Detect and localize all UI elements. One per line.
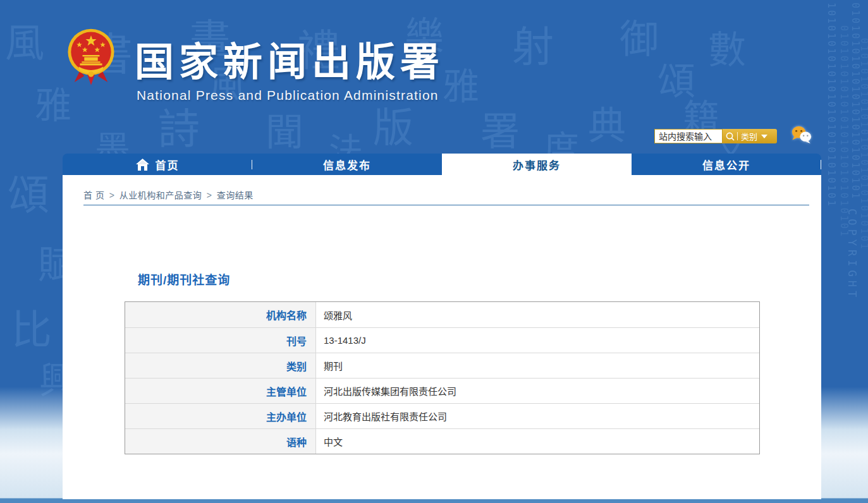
row-value: 河北出版传媒集团有限责任公司: [316, 379, 759, 403]
row-label: 主办单位: [125, 404, 316, 428]
calligraphy-glyph: 聞: [266, 101, 303, 156]
result-table: 机构名称 颂雅风 刊号 13-1413/J 类别 期刊 主管单位 河北出版传媒集…: [125, 301, 760, 454]
home-icon: [136, 159, 149, 171]
breadcrumb-query-link[interactable]: 从业机构和产品查询: [119, 190, 202, 200]
calligraphy-glyph: 數: [708, 19, 746, 74]
category-label[interactable]: 类别: [741, 130, 757, 142]
row-label: 类别: [125, 353, 316, 378]
table-row: 语种 中文: [125, 428, 759, 454]
nav-tab-services[interactable]: 办事服务: [442, 154, 632, 175]
site-search: 类别: [654, 129, 777, 143]
calligraphy-glyph: 頌: [8, 161, 49, 222]
table-row: 主管单位 河北出版传媒集团有限责任公司: [125, 378, 759, 403]
calligraphy-glyph: 射: [512, 13, 554, 73]
nav-separator: [821, 160, 821, 169]
calligraphy-glyph: 版: [373, 95, 413, 153]
site-title: 国家新闻出版署: [135, 30, 444, 87]
table-row: 主办单位 河北教育出版社有限责任公司: [125, 403, 759, 428]
nav-tab-label: 首页: [156, 157, 180, 173]
table-row: 机构名称 颂雅风: [125, 302, 759, 327]
row-value: 中文: [316, 429, 759, 454]
calligraphy-glyph: 典: [588, 95, 626, 150]
wechat-icon[interactable]: [790, 125, 814, 145]
binary-pattern: 0101010101010101010101010101: [859, 38, 868, 251]
breadcrumb-current: 查询结果: [217, 190, 254, 200]
calligraphy-glyph: 雅: [443, 57, 479, 110]
content-panel: 首 页 > 从业机构和产品查询 > 查询结果 期刊/期刊社查询 机构名称 颂雅风…: [63, 175, 821, 499]
calligraphy-glyph: 風: [5, 11, 44, 68]
nav-tab-label: 信息公开: [702, 157, 750, 173]
main-nav: 首页 信息发布 办事服务 信息公开: [63, 154, 821, 175]
row-label: 机构名称: [125, 302, 316, 327]
site-subtitle: National Press and Publication Administr…: [137, 88, 439, 103]
row-value: 期刊: [316, 353, 759, 378]
nav-tab-label: 信息发布: [323, 157, 371, 173]
nav-tab-label: 办事服务: [513, 157, 561, 173]
row-value: 河北教育出版社有限责任公司: [316, 404, 759, 428]
chevron-down-icon[interactable]: [761, 135, 767, 138]
binary-pattern: 0101010101010101010101010101: [826, 0, 837, 208]
nav-tab-home[interactable]: 首页: [63, 154, 252, 175]
search-icon[interactable]: [725, 131, 735, 142]
row-label: 刊号: [125, 328, 316, 353]
national-emblem: [66, 27, 116, 87]
breadcrumb: 首 页 > 从业机构和产品查询 > 查询结果: [83, 188, 254, 201]
binary-pattern: 0101010101010101010101010101: [850, 0, 861, 200]
row-label: 主管单位: [125, 379, 316, 403]
copyright-pattern: COPYRIGHT: [846, 209, 859, 301]
calligraphy-glyph: 頌: [657, 51, 695, 106]
breadcrumb-divider: [83, 205, 809, 205]
breadcrumb-separator: >: [207, 190, 212, 200]
calligraphy-glyph: 署: [480, 100, 520, 157]
calligraphy-glyph: 御: [620, 8, 659, 64]
search-input[interactable]: [654, 129, 723, 143]
section-title: 期刊/期刊社查询: [138, 270, 230, 288]
search-category-control[interactable]: 类别: [723, 129, 777, 143]
row-value: 13-1413/J: [316, 328, 759, 353]
binary-pattern: 0101010101010101010101010101: [838, 25, 850, 238]
table-row: 类别 期刊: [125, 353, 759, 378]
table-row: 刊号 13-1413/J: [125, 327, 759, 353]
calligraphy-glyph: 比: [11, 297, 52, 355]
nav-tab-disclosure[interactable]: 信息公开: [632, 154, 821, 175]
row-label: 语种: [125, 429, 316, 454]
breadcrumb-home-link[interactable]: 首 页: [83, 190, 104, 200]
row-value: 颂雅风: [316, 302, 759, 327]
search-separator: [737, 132, 738, 140]
nav-tab-news[interactable]: 信息发布: [252, 154, 442, 175]
breadcrumb-separator: >: [109, 190, 115, 200]
calligraphy-glyph: 詩: [158, 95, 200, 155]
